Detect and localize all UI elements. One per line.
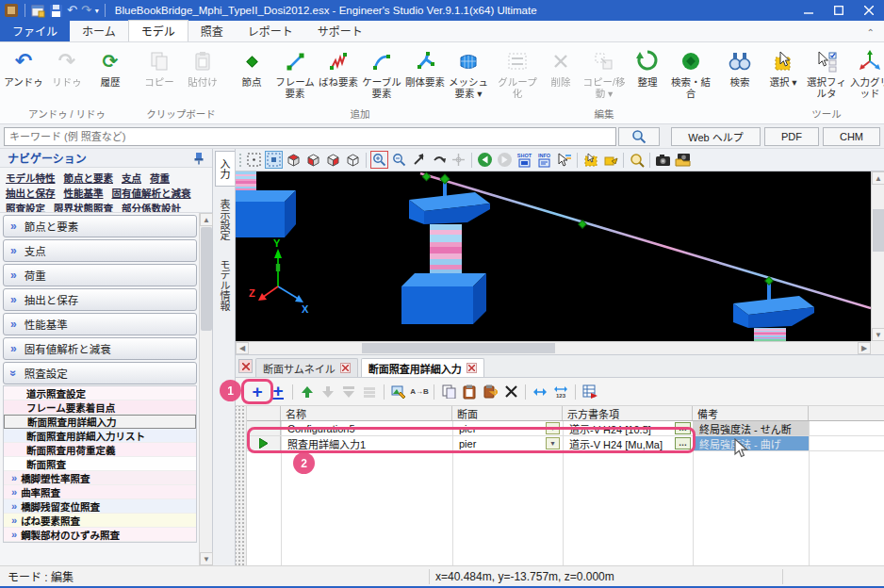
input-grid-button[interactable]: 入力グリッド: [848, 44, 884, 99]
fit-column-button[interactable]: [531, 383, 549, 401]
view-side-icon[interactable]: [324, 151, 342, 169]
nav-section-curvature-check[interactable]: »曲率照査: [4, 485, 196, 499]
nav-item-dousi-check-settings[interactable]: 道示照査設定: [4, 386, 196, 400]
select-region-icon[interactable]: [245, 151, 263, 169]
search-merge-button[interactable]: 検索・結合: [669, 44, 712, 99]
add-cable-element-button[interactable]: ケーブル要素: [360, 44, 403, 99]
close-button[interactable]: [854, 0, 884, 21]
nav-section-pier-residual-displacement-check[interactable]: »橋脚残留変位照査: [4, 499, 196, 514]
panel-grip[interactable]: [236, 406, 247, 566]
tab-section-check-detail-input[interactable]: 断面照査用詳細入力: [361, 358, 484, 377]
select-filter-button[interactable]: 選択フィルタ: [805, 44, 848, 99]
viewport-vertical-scrollbar[interactable]: ▲ ▼: [871, 172, 884, 341]
view-front-icon[interactable]: [304, 151, 322, 169]
zoom-out-icon[interactable]: [390, 151, 408, 169]
header-clause[interactable]: 示方書条項: [563, 406, 693, 420]
tab-close-icon[interactable]: [340, 363, 351, 373]
nav-item-section-check-detail-input[interactable]: 断面照査用詳細入力: [4, 415, 196, 429]
cell-note[interactable]: 終局強度法 - せん断: [693, 421, 809, 435]
nav-link-model-props[interactable]: モデル特性: [6, 171, 56, 185]
search-go-button[interactable]: [618, 127, 660, 146]
section-loads[interactable]: »荷重: [3, 264, 197, 286]
side-tab-input[interactable]: 入力: [215, 151, 235, 187]
undo-button[interactable]: ↶アンドゥ: [2, 44, 45, 89]
add-spring-element-button[interactable]: ばね要素: [317, 44, 360, 89]
pan-icon[interactable]: [450, 151, 467, 169]
tab-model[interactable]: モデル: [128, 20, 188, 41]
header-note[interactable]: 備考: [693, 406, 809, 420]
nav-link-limit-state[interactable]: 限界状態照査: [54, 201, 113, 213]
minimize-button[interactable]: [794, 0, 824, 21]
nav-link-check-settings[interactable]: 照査設定: [6, 201, 45, 213]
nav-link-partial-factor[interactable]: 部分係数設計: [122, 201, 181, 213]
move-down-button[interactable]: [319, 383, 337, 401]
delete-button[interactable]: 削除: [539, 44, 582, 89]
snapshot-icon[interactable]: [654, 151, 672, 169]
section-performance[interactable]: »性能基準: [3, 313, 197, 335]
section-nodes-elements[interactable]: »節点と要素: [3, 215, 197, 237]
organize-button[interactable]: 整理: [626, 44, 669, 89]
snapshot-save-icon[interactable]: [674, 151, 692, 169]
paste-button[interactable]: 貼付け: [181, 44, 224, 89]
model-3d-viewport[interactable]: Y X Z: [236, 172, 871, 341]
panel-close-icon[interactable]: [238, 359, 253, 373]
chm-help-button[interactable]: CHM: [823, 127, 880, 146]
tab-file[interactable]: ファイル: [0, 20, 70, 41]
header-section[interactable]: 断面: [452, 406, 563, 420]
redo-button[interactable]: ↷リドゥ: [45, 44, 89, 89]
scroll-left-icon[interactable]: ◀: [236, 342, 249, 354]
add-node-button[interactable]: 節点: [230, 44, 273, 89]
group-button[interactable]: グループ化: [496, 44, 539, 99]
nav-section-pier-ductility-check[interactable]: »橋脚塑性率照査: [4, 471, 196, 485]
paste-insert-button[interactable]: [481, 383, 499, 401]
header-name[interactable]: 名称: [281, 406, 452, 420]
zoom-window-icon[interactable]: [628, 151, 646, 169]
scroll-down-icon[interactable]: ▼: [200, 552, 213, 565]
nav-item-frame-element-points[interactable]: フレーム要素着目点: [4, 400, 196, 415]
cell-note-selected[interactable]: 終局強度法 - 曲げ: [693, 436, 809, 450]
nav-item-section-check-load-definition[interactable]: 断面照査用荷重定義: [4, 443, 196, 457]
web-help-button[interactable]: Web ヘルプ: [671, 127, 761, 146]
scroll-down-icon[interactable]: ▼: [872, 328, 884, 341]
move-bottom-button[interactable]: [339, 383, 358, 401]
move-top-button[interactable]: [298, 383, 317, 401]
select-window-icon[interactable]: [581, 151, 599, 169]
search-button[interactable]: 検索: [718, 44, 761, 89]
tab-check[interactable]: 照査: [188, 20, 236, 41]
keyword-search-input[interactable]: [4, 127, 616, 146]
info-icon[interactable]: INFO: [535, 151, 553, 169]
zoom-in-icon[interactable]: [370, 151, 388, 169]
tab-home[interactable]: ホーム: [70, 20, 128, 41]
redo-icon[interactable]: ↷: [81, 3, 91, 18]
orbit-icon[interactable]: [430, 151, 448, 169]
side-tab-model-info[interactable]: モデル情報: [215, 253, 235, 318]
scroll-up-icon[interactable]: ▲: [872, 172, 884, 185]
nav-section-spring-element-check[interactable]: »ばね要素照査: [4, 514, 196, 528]
section-check-settings[interactable]: »照査設定: [3, 362, 197, 384]
copy-move-button[interactable]: コピー/移動 ▾: [582, 44, 626, 99]
nav-item-section-check-detail-input-list[interactable]: 断面照査用詳細入力リスト: [4, 429, 196, 443]
fit-column-numbers-button[interactable]: 123: [551, 383, 570, 401]
select-button[interactable]: 選択 ▾: [761, 44, 805, 89]
nav-link-extract-save[interactable]: 抽出と保存: [6, 186, 56, 200]
export-table-button[interactable]: [581, 383, 599, 401]
nav-link-supports[interactable]: 支点: [122, 171, 141, 185]
rename-button[interactable]: A→B: [410, 383, 429, 401]
zoom-extents-icon[interactable]: [410, 151, 428, 169]
rows-button[interactable]: [360, 383, 379, 401]
probe-icon[interactable]: [555, 151, 573, 169]
scrollbar-thumb[interactable]: [873, 209, 884, 252]
pdf-help-button[interactable]: PDF: [764, 127, 819, 146]
side-tab-display-settings[interactable]: 表示設定: [215, 192, 235, 247]
section-supports[interactable]: »支点: [3, 239, 197, 262]
navigation-scrollbar[interactable]: ▲ ▼: [199, 213, 212, 565]
nav-link-nodes-elements[interactable]: 節点と要素: [64, 171, 114, 185]
ribbon-collapse-icon[interactable]: ⌃: [867, 27, 875, 41]
drag-view-icon[interactable]: [601, 151, 619, 169]
copy-row-button[interactable]: [439, 383, 458, 401]
scrollbar-thumb[interactable]: [362, 343, 555, 353]
view-iso-icon[interactable]: [285, 151, 303, 169]
paste-row-button[interactable]: [460, 383, 479, 401]
undo-icon[interactable]: ↶: [67, 3, 77, 18]
shot-icon[interactable]: SHOT: [516, 151, 533, 169]
